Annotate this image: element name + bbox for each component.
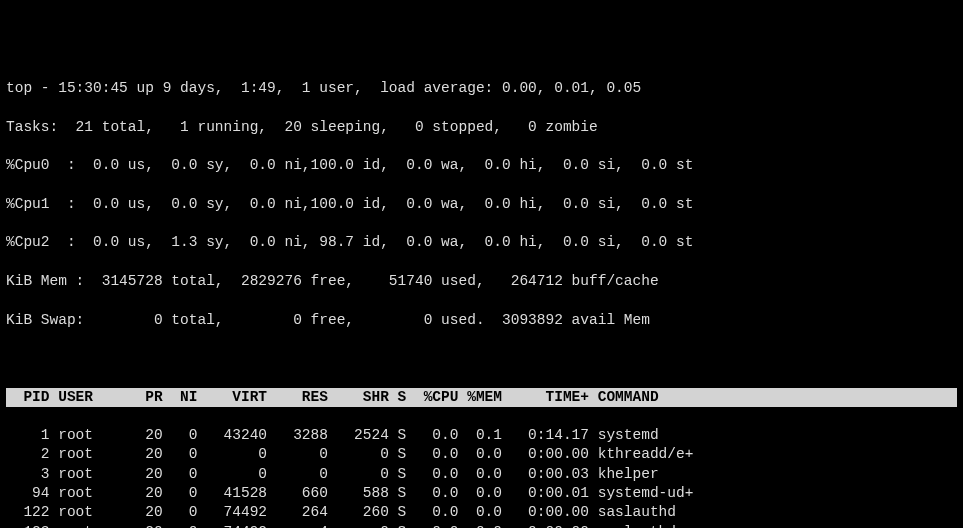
summary-cpu2: %Cpu2 : 0.0 us, 1.3 sy, 0.0 ni, 98.7 id,… <box>6 233 957 252</box>
summary-cpu0: %Cpu0 : 0.0 us, 0.0 sy, 0.0 ni,100.0 id,… <box>6 156 957 175</box>
summary-mem: KiB Mem : 3145728 total, 2829276 free, 5… <box>6 272 957 291</box>
summary-swap: KiB Swap: 0 total, 0 free, 0 used. 30938… <box>6 311 957 330</box>
process-row[interactable]: 123 root 20 0 74492 4 0 S 0.0 0.0 0:00.0… <box>6 523 957 528</box>
process-row[interactable]: 1 root 20 0 43240 3288 2524 S 0.0 0.1 0:… <box>6 426 957 445</box>
summary-cpu1: %Cpu1 : 0.0 us, 0.0 sy, 0.0 ni,100.0 id,… <box>6 195 957 214</box>
process-row[interactable]: 3 root 20 0 0 0 0 S 0.0 0.0 0:00.03 khel… <box>6 465 957 484</box>
blank-line <box>6 349 957 368</box>
process-table-body[interactable]: 1 root 20 0 43240 3288 2524 S 0.0 0.1 0:… <box>6 426 957 528</box>
process-row[interactable]: 94 root 20 0 41528 660 588 S 0.0 0.0 0:0… <box>6 484 957 503</box>
process-row[interactable]: 2 root 20 0 0 0 0 S 0.0 0.0 0:00.00 kthr… <box>6 445 957 464</box>
summary-tasks: Tasks: 21 total, 1 running, 20 sleeping,… <box>6 118 957 137</box>
process-table-header[interactable]: PID USER PR NI VIRT RES SHR S %CPU %MEM … <box>6 388 957 407</box>
process-row[interactable]: 122 root 20 0 74492 264 260 S 0.0 0.0 0:… <box>6 503 957 522</box>
summary-uptime: top - 15:30:45 up 9 days, 1:49, 1 user, … <box>6 79 957 98</box>
